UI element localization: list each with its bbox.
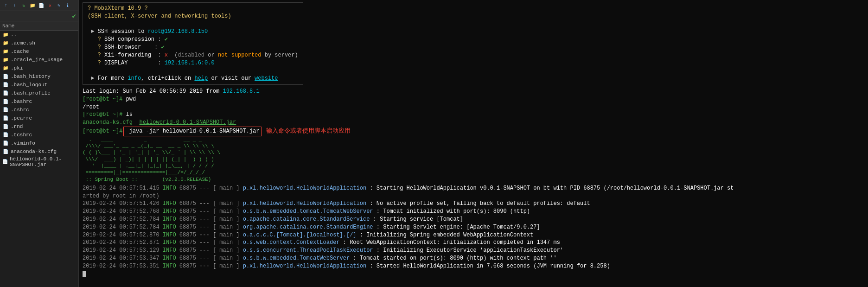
log-line-7: 2019-02-24 00:57:52.871 INFO 68875 --- […	[83, 239, 864, 247]
log-level: INFO	[163, 208, 176, 216]
file-item-10[interactable]: 📄.pearrc	[0, 114, 78, 122]
file-name: .bashrc	[11, 99, 32, 104]
folder-icon: 📁	[2, 57, 9, 63]
log-level: INFO	[163, 262, 176, 270]
file-name: .pearrc	[11, 115, 32, 121]
file-list[interactable]: 📁..📁.acme.sh📁.cache📁.oracle_jre_usage📁.p…	[0, 31, 78, 287]
log-class: org.apache.catalina.core.StandardEngine	[243, 223, 373, 231]
file-item-13[interactable]: 📄.viminfo	[0, 139, 78, 147]
java-command: java -jar helloworld-0.0.1-SNAPSHOT.jar	[126, 128, 259, 134]
cmd-java: [root@bt ~]# java -jar helloworld-0.0.1-…	[83, 127, 864, 136]
log-time: 2019-02-24 00:57:51.426	[83, 200, 160, 208]
log-time: 2019-02-24 00:57:53.347	[83, 255, 160, 262]
cmd-pwd: [root@bt ~]# pwd	[83, 96, 864, 103]
log-thread: main	[219, 208, 233, 216]
toolbar-icon-info[interactable]: ℹ	[64, 2, 71, 9]
file-column-name: Name	[2, 23, 14, 29]
spring-logo: . ____ _ __ _ _ /\\\/ ___'_ __ _ _(_)_ _…	[83, 136, 864, 183]
file-name: .bash_history	[11, 74, 51, 79]
file-item-9[interactable]: 📄.cshrc	[0, 106, 78, 114]
file-item-8[interactable]: 📄.bashrc	[0, 97, 78, 106]
log-thread: main	[219, 216, 233, 223]
toolbar-icon-delete[interactable]: ✕	[46, 2, 54, 9]
file-item-2[interactable]: 📁.cache	[0, 47, 78, 56]
log-time: 2019-02-24 00:57:53.351	[83, 262, 160, 270]
log-pid: 68875	[179, 231, 196, 239]
log-msg: : Starting service [Tomcat]	[373, 216, 463, 223]
log-pid: 68875	[179, 262, 196, 270]
file-name: .pki	[11, 65, 23, 71]
toolbar-icon-folder[interactable]: 📁	[29, 2, 36, 9]
toolbar-icon-down[interactable]: ↓	[11, 2, 19, 9]
file-name: .cache	[11, 49, 29, 54]
path-input[interactable]: /root/	[2, 13, 58, 19]
log-level: INFO	[163, 231, 176, 239]
log-thread: main	[219, 247, 233, 255]
log-time: 2019-02-24 00:57:51.415	[83, 185, 160, 192]
log-thread: main	[219, 185, 233, 192]
terminal-output[interactable]: ? MobaXterm 10.9 ? (SSH client, X-server…	[79, 0, 868, 287]
log-line-8: 2019-02-24 00:57:53.129 INFO 68875 --- […	[83, 247, 864, 255]
welcome-line1: ? MobaXterm 10.9 ?	[88, 5, 298, 13]
last-login: Last login: Sun Feb 24 00:56:39 2019 fro…	[83, 88, 864, 96]
file-name: .tcshrc	[11, 132, 32, 138]
log-level: INFO	[163, 247, 176, 255]
file-name: .cshrc	[11, 107, 29, 113]
file-icon: 📄	[2, 140, 9, 147]
folder-icon: 📁	[2, 40, 9, 46]
log-pid: 68875	[179, 239, 196, 247]
file-item-4[interactable]: 📁.pki	[0, 64, 78, 72]
log-msg: : No active profile set, falling back to…	[370, 200, 590, 208]
welcome-line2: (SSH client, X-server and networking too…	[88, 13, 298, 20]
cursor	[83, 271, 86, 277]
toolbar-icon-up[interactable]: ↑	[2, 2, 10, 9]
toolbar: ↑ ↓ ↻ 📁 📄 ✕ ✎ ℹ	[0, 0, 78, 11]
terminal-cursor-line	[83, 270, 864, 278]
log-msg: : Root WebApplicationContext: initializa…	[343, 239, 560, 247]
log-pid: 68875	[179, 208, 196, 216]
file-icon: 📄	[2, 90, 9, 96]
file-item-1[interactable]: 📁.acme.sh	[0, 39, 78, 47]
log-continuation: arted by root in /root)	[83, 192, 160, 200]
annotation-text: 输入命令或者使用脚本启动应用	[266, 127, 351, 135]
file-item-11[interactable]: 📄.rnd	[0, 122, 78, 131]
log-line-2: 2019-02-24 00:57:51.426 INFO 68875 --- […	[83, 200, 864, 208]
log-level: INFO	[163, 255, 176, 262]
toolbar-icon-refresh[interactable]: ↻	[20, 2, 27, 9]
log-level: INFO	[163, 216, 176, 223]
path-bar: /root/ ✔	[0, 11, 78, 21]
file-item-14[interactable]: 📄anaconda-ks.cfg	[0, 147, 78, 156]
log-class: o.s.web.context.ContextLoader	[243, 239, 340, 247]
log-msg: : Tomcat initialized with port(s): 8090 …	[377, 208, 530, 216]
log-msg: : Initializing ExecutorService 'applicat…	[377, 247, 563, 255]
log-pid: 68875	[179, 185, 196, 192]
file-item-5[interactable]: 📄.bash_history	[0, 72, 78, 81]
file-name: .bash_profile	[11, 90, 51, 96]
log-thread: main	[219, 255, 233, 262]
file-icon: 📄	[2, 132, 9, 138]
log-class: p.xl.helloworld.HelloWorldApplication	[243, 262, 366, 270]
file-special-icon: 📄	[2, 159, 8, 165]
file-header: Name	[0, 21, 78, 31]
file-item-12[interactable]: 📄.tcshrc	[0, 131, 78, 139]
log-line-0: 2019-02-24 00:57:51.415 INFO 68875 --- […	[83, 185, 864, 192]
file-item-6[interactable]: 📄.bash_logout	[0, 81, 78, 89]
toolbar-icon-edit[interactable]: ✎	[55, 2, 63, 9]
output-pwd: /root	[83, 103, 864, 111]
log-thread: main	[219, 262, 233, 270]
file-special-icon: 📄	[2, 148, 9, 155]
log-level: INFO	[163, 185, 176, 192]
log-msg: : Starting HelloWorldApplication v0.0.1-…	[370, 185, 734, 192]
file-item-7[interactable]: 📄.bash_profile	[0, 89, 78, 97]
log-class: o.apache.catalina.core.StandardService	[243, 216, 370, 223]
file-item-3[interactable]: 📁.oracle_jre_usage	[0, 56, 78, 64]
file-item-15[interactable]: 📄helloworld-0.0.1-SNAPSHOT.jar	[0, 156, 78, 168]
log-thread: main	[219, 231, 233, 239]
file-item-0[interactable]: 📁..	[0, 31, 78, 39]
toolbar-icon-file[interactable]: 📄	[38, 2, 45, 9]
path-confirm-icon[interactable]: ✔	[72, 12, 76, 20]
log-msg: : Initializing Spring embedded WebApplic…	[360, 231, 533, 239]
log-class: p.xl.helloworld.HelloWorldApplication	[243, 200, 366, 208]
log-level: INFO	[163, 223, 176, 231]
log-time: 2019-02-24 00:57:52.870	[83, 231, 160, 239]
